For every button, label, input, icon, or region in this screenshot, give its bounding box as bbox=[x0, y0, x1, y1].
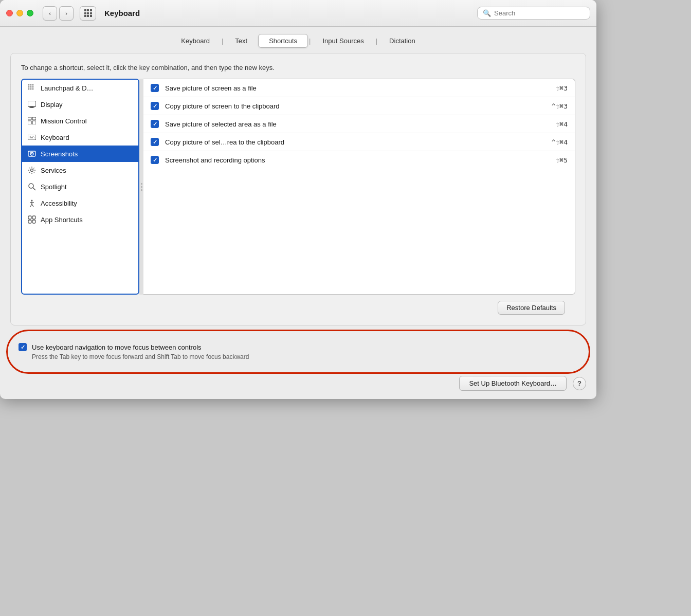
shortcut-checkbox-0[interactable] bbox=[151, 84, 159, 92]
sidebar-item-app-shortcuts-label: App Shortcuts bbox=[41, 216, 83, 224]
shortcut-keys-2: ⇧⌘4 bbox=[556, 120, 568, 128]
tab-bar: Keyboard | Text Shortcuts | Input Source… bbox=[0, 27, 596, 53]
svg-rect-13 bbox=[32, 117, 36, 120]
sidebar-item-services-label: Services bbox=[41, 167, 66, 174]
svg-rect-10 bbox=[30, 106, 33, 107]
svg-rect-16 bbox=[28, 135, 36, 140]
svg-rect-14 bbox=[28, 121, 31, 124]
sidebar-item-mission-control-label: Mission Control bbox=[41, 117, 87, 125]
accessibility-icon bbox=[27, 198, 37, 208]
sidebar-item-screenshots[interactable]: Screenshots bbox=[22, 146, 138, 162]
shortcut-row-3: Copy picture of sel…rea to the clipboard… bbox=[143, 133, 575, 151]
forward-button[interactable]: › bbox=[59, 6, 74, 21]
svg-rect-37 bbox=[28, 220, 31, 223]
shortcut-row-1: Copy picture of screen to the clipboard … bbox=[143, 97, 575, 115]
tab-input-sources[interactable]: Input Sources bbox=[312, 34, 375, 48]
tab-shortcuts[interactable]: Shortcuts bbox=[258, 34, 308, 48]
forward-icon: › bbox=[65, 10, 67, 16]
shortcut-checkbox-3[interactable] bbox=[151, 138, 159, 146]
tab-keyboard[interactable]: Keyboard bbox=[170, 34, 221, 48]
separator-3: | bbox=[375, 37, 378, 45]
keyboard-nav-label: Use keyboard navigation to move focus be… bbox=[32, 343, 202, 351]
svg-point-4 bbox=[30, 86, 32, 88]
maximize-button[interactable] bbox=[27, 10, 33, 16]
svg-point-0 bbox=[28, 84, 30, 86]
nav-buttons: ‹ › bbox=[43, 6, 74, 21]
shortcut-row-0: Save picture of screen as a file ⇧⌘3 bbox=[143, 79, 575, 97]
svg-point-8 bbox=[32, 88, 34, 90]
sidebar-item-launchpad[interactable]: Launchpad & D… bbox=[22, 80, 138, 96]
pane-divider[interactable] bbox=[139, 79, 143, 295]
sidebar-item-display[interactable]: Display bbox=[22, 96, 138, 113]
shortcut-row-2: Save picture of selected area as a file … bbox=[143, 115, 575, 133]
restore-defaults-button[interactable]: Restore Defaults bbox=[498, 301, 565, 315]
mission-control-icon bbox=[27, 116, 37, 125]
svg-line-33 bbox=[30, 204, 32, 207]
sidebar-item-spotlight[interactable]: Spotlight bbox=[22, 178, 138, 195]
separator-1: | bbox=[221, 37, 224, 45]
back-icon: ‹ bbox=[49, 10, 51, 16]
keyboard-nav-section: Use keyboard navigation to move focus be… bbox=[10, 336, 586, 368]
svg-rect-12 bbox=[28, 117, 31, 120]
close-button[interactable] bbox=[6, 10, 13, 16]
sidebar-item-display-label: Display bbox=[41, 101, 63, 108]
svg-point-3 bbox=[28, 86, 30, 88]
sidebar-item-mission-control[interactable]: Mission Control bbox=[22, 113, 138, 129]
grid-button[interactable] bbox=[80, 6, 96, 21]
keyboard-nav-row: Use keyboard navigation to move focus be… bbox=[19, 343, 578, 351]
sidebar-item-keyboard-label: Keyboard bbox=[41, 134, 69, 141]
svg-rect-11 bbox=[29, 107, 34, 108]
shortcut-checkbox-4[interactable] bbox=[151, 156, 159, 164]
tab-segment: Keyboard | Text Shortcuts | Input Source… bbox=[170, 34, 426, 48]
separator-2: | bbox=[308, 37, 312, 45]
shortcut-keys-1: ^⇧⌘3 bbox=[552, 102, 568, 110]
sidebar-item-screenshots-label: Screenshots bbox=[41, 150, 78, 158]
sidebar-item-spotlight-label: Spotlight bbox=[41, 183, 67, 191]
shortcut-name-2: Save picture of selected area as a file bbox=[165, 120, 550, 128]
svg-point-1 bbox=[30, 84, 32, 86]
screenshot-icon bbox=[27, 149, 37, 158]
back-button[interactable]: ‹ bbox=[43, 6, 57, 21]
sidebar-item-accessibility[interactable]: Accessibility bbox=[22, 195, 138, 211]
sidebar-list: Launchpad & D… Display Mission Control bbox=[21, 79, 139, 295]
shortcuts-panel: Save picture of screen as a file ⇧⌘3 Cop… bbox=[143, 79, 575, 295]
keyboard-nav-description: Press the Tab key to move focus forward … bbox=[32, 353, 578, 360]
search-box[interactable]: 🔍 bbox=[477, 7, 590, 20]
titlebar: ‹ › Keyboard 🔍 bbox=[0, 0, 596, 27]
setup-bluetooth-button[interactable]: Set Up Bluetooth Keyboard… bbox=[459, 376, 567, 391]
shortcut-checkbox-2[interactable] bbox=[151, 120, 159, 128]
window-title: Keyboard bbox=[104, 9, 472, 17]
svg-point-27 bbox=[31, 169, 33, 172]
svg-rect-35 bbox=[28, 216, 31, 219]
traffic-lights bbox=[6, 10, 33, 16]
svg-point-2 bbox=[32, 84, 34, 86]
shortcut-checkbox-1[interactable] bbox=[151, 102, 159, 110]
svg-point-26 bbox=[31, 153, 32, 154]
divider-handle bbox=[141, 183, 142, 191]
sidebar-item-launchpad-label: Launchpad & D… bbox=[41, 84, 94, 92]
sidebar-item-accessibility-label: Accessibility bbox=[41, 200, 77, 207]
shortcut-name-3: Copy picture of sel…rea to the clipboard bbox=[165, 138, 545, 146]
help-button[interactable]: ? bbox=[573, 377, 586, 390]
spotlight-icon bbox=[27, 182, 37, 191]
minimize-button[interactable] bbox=[16, 10, 23, 16]
main-window: ‹ › Keyboard 🔍 Keyboard | Text Shortcuts… bbox=[0, 0, 596, 399]
svg-rect-15 bbox=[32, 121, 36, 124]
svg-rect-9 bbox=[28, 101, 36, 106]
tab-dictation[interactable]: Dictation bbox=[378, 34, 426, 48]
svg-rect-38 bbox=[32, 220, 35, 223]
grid-icon bbox=[84, 9, 92, 17]
tab-text[interactable]: Text bbox=[224, 34, 258, 48]
search-input[interactable] bbox=[494, 9, 585, 17]
sidebar-item-app-shortcuts[interactable]: App Shortcuts bbox=[22, 211, 138, 228]
svg-line-34 bbox=[32, 204, 33, 207]
keyboard-nav-checkbox[interactable] bbox=[19, 343, 27, 351]
sidebar-item-services[interactable]: Services bbox=[22, 162, 138, 178]
sidebar-item-keyboard[interactable]: Keyboard bbox=[22, 129, 138, 146]
content-area: To change a shortcut, select it, click t… bbox=[10, 53, 586, 325]
bottom-row: Restore Defaults bbox=[21, 295, 575, 315]
shortcut-keys-3: ^⇧⌘4 bbox=[552, 138, 568, 146]
search-icon: 🔍 bbox=[483, 9, 491, 17]
keyboard-icon bbox=[27, 133, 37, 142]
split-pane: Launchpad & D… Display Mission Control bbox=[21, 79, 575, 295]
